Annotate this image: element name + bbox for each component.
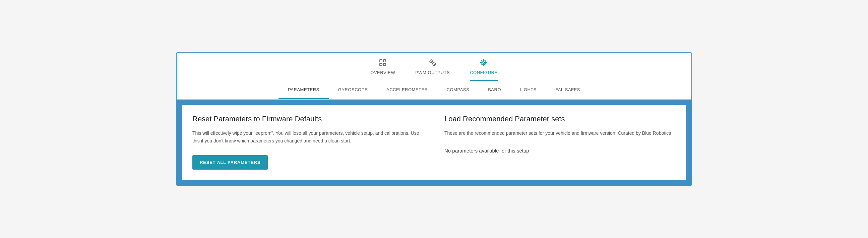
load-panel-description: These are the recommended parameter sets… [444,129,676,137]
reset-parameters-panel: Reset Parameters to Firmware Defaults Th… [182,105,434,180]
svg-rect-2 [380,63,382,66]
panels-row: Reset Parameters to Firmware Defaults Th… [182,105,686,180]
sub-nav: PARAMETERS GYROSCOPE ACCELEROMETER COMPA… [177,81,691,99]
fan-icon [429,59,437,68]
reset-panel-description: This will effectively wipe your "eeprom"… [192,129,424,145]
nav-item-overview[interactable]: OVERVIEW [370,59,395,81]
svg-rect-0 [380,60,382,62]
nav-label-pwm-outputs: PWM OUTPUTS [415,70,450,75]
load-recommended-panel: Load Recommended Parameter sets These ar… [434,105,686,180]
subnav-item-gyroscope[interactable]: GYROSCOPE [329,81,377,99]
nav-item-configure[interactable]: CONFIGURE [470,59,498,81]
top-nav: OVERVIEW PWM OUTPUTS [177,53,691,81]
svg-rect-1 [383,60,386,62]
subnav-item-lights[interactable]: LIGHTS [510,81,546,99]
gear-icon [479,59,488,68]
subnav-item-accelerometer[interactable]: ACCELEROMETER [377,81,437,99]
app-container: OVERVIEW PWM OUTPUTS [176,52,692,186]
svg-rect-3 [383,63,386,66]
nav-label-configure: CONFIGURE [470,70,498,75]
grid-icon [379,59,387,68]
svg-point-5 [483,62,485,64]
nav-item-pwm-outputs[interactable]: PWM OUTPUTS [415,59,450,81]
main-content: Reset Parameters to Firmware Defaults Th… [177,99,691,185]
reset-panel-title: Reset Parameters to Firmware Defaults [192,115,424,123]
reset-all-parameters-button[interactable]: RESET ALL PARAMETERS [192,155,268,170]
subnav-item-failsafes[interactable]: FAILSAFES [546,81,589,99]
nav-label-overview: OVERVIEW [370,70,395,75]
svg-point-4 [432,62,433,63]
no-params-text: No parameters available for this setup [444,148,676,153]
subnav-item-parameters[interactable]: PARAMETERS [279,81,329,99]
load-panel-title: Load Recommended Parameter sets [444,115,676,123]
subnav-item-baro[interactable]: BARO [478,81,510,99]
subnav-item-compass[interactable]: COMPASS [437,81,479,99]
